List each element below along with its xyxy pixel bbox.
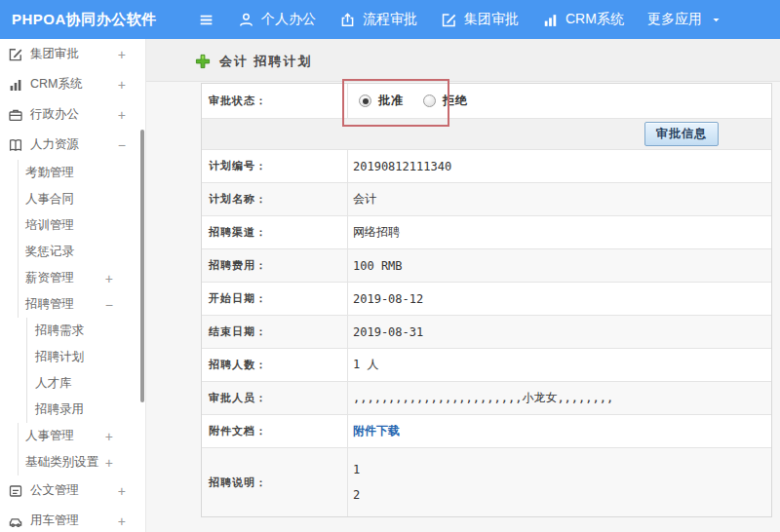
sidebar-scrollbar[interactable] xyxy=(140,130,144,402)
sidebar-item-label: 招聘计划 xyxy=(35,349,84,365)
row-label: 审批人员： xyxy=(202,382,348,414)
row-label: 结束日期： xyxy=(202,316,348,348)
sidebar-item-label: 人事管理 xyxy=(25,428,74,444)
expand-icon[interactable]: + xyxy=(105,456,113,470)
expand-icon[interactable]: + xyxy=(118,108,126,122)
topnav-group-approval[interactable]: 集团审批 xyxy=(441,11,519,28)
sidebar-item-recruitment-plan[interactable]: 招聘计划 xyxy=(26,344,145,370)
radio-reject[interactable] xyxy=(423,95,436,107)
topnav-item-label: 更多应用 xyxy=(647,11,702,28)
expand-icon[interactable]: + xyxy=(118,484,126,498)
workflow-icon xyxy=(339,12,356,28)
sidebar-item-recruitment-demand[interactable]: 招聘需求 xyxy=(26,318,145,344)
sidebar-item-group-approval[interactable]: 集团审批+ xyxy=(0,39,145,69)
topnav: 个人办公流程审批集团审批CRM系统更多应用 xyxy=(185,11,722,28)
expand-icon[interactable]: + xyxy=(105,430,113,443)
sidebar-item-attendance-management[interactable]: 考勤管理 xyxy=(18,160,145,186)
row-label: 招聘说明： xyxy=(202,448,348,516)
topnav-item-label: 集团审批 xyxy=(464,11,519,28)
radio-reject-label[interactable]: 拒绝 xyxy=(443,93,468,109)
expand-icon[interactable]: + xyxy=(118,48,126,61)
sidebar-item-label: 培训管理 xyxy=(25,217,74,234)
sidebar-item-personnel-management[interactable]: 人事管理+ xyxy=(18,423,145,449)
approval-status-row: 审批状态： 批准 拒绝 xyxy=(202,84,771,119)
expand-icon[interactable]: + xyxy=(118,78,126,92)
collapse-icon[interactable]: − xyxy=(118,138,126,152)
attachment-download-link[interactable]: 附件下载 xyxy=(353,423,400,439)
table-row-attachment-document: 附件文档：附件下载 xyxy=(202,415,771,448)
table-row-recruitment-description: 招聘说明：12 xyxy=(202,448,771,516)
car-icon xyxy=(8,513,23,529)
sidebar-item-recruitment-hiring[interactable]: 招聘录用 xyxy=(26,397,145,423)
sidebar-item-label: 招聘管理 xyxy=(25,296,74,313)
row-value: 100 RMB xyxy=(348,249,771,282)
sidebar-item-label: 集团审批 xyxy=(30,46,79,62)
approval-info-button[interactable]: 审批信息 xyxy=(644,122,719,146)
table-row-plan-name: 计划名称：会计 xyxy=(202,183,771,216)
sidebar-item-crm-system[interactable]: CRM系统+ xyxy=(0,69,145,99)
sidebar-item-label: 人才库 xyxy=(35,375,72,392)
row-label: 附件文档： xyxy=(202,415,348,447)
sidebar-item-salary-management[interactable]: 薪资管理+ xyxy=(18,265,145,291)
sidebar-item-human-resources[interactable]: 人力资源− xyxy=(0,130,145,160)
sidebar-item-reward-punishment-records[interactable]: 奖惩记录 xyxy=(18,239,145,265)
row-value: 2019-08-31 xyxy=(348,316,771,348)
topnav-personal-office[interactable]: 个人办公 xyxy=(238,11,316,28)
topnav-item-label: 流程审批 xyxy=(363,11,417,28)
briefcase-icon xyxy=(8,107,23,123)
topnav-item-label: CRM系统 xyxy=(566,11,624,28)
table-row-recruitment-cost: 招聘费用：100 RMB xyxy=(202,249,771,283)
sidebar-item-label: 招聘需求 xyxy=(35,323,84,339)
row-value: ,,,,,,,,,,,,,,,,,,,,,,,,小龙女,,,,,,,, xyxy=(348,382,771,414)
page-header: 会计 招聘计划 xyxy=(195,53,313,70)
sidebar-item-label: 用车管理 xyxy=(30,513,79,529)
sidebar-item-label: 公文管理 xyxy=(30,482,79,499)
expand-icon[interactable]: + xyxy=(118,514,126,528)
row-label: 招聘渠道： xyxy=(202,216,348,248)
row-label: 开始日期： xyxy=(202,283,348,315)
sidebar-item-training-management[interactable]: 培训管理 xyxy=(18,212,145,239)
sidebar-item-admin-office[interactable]: 行政办公+ xyxy=(0,99,145,130)
row-value: 2019-08-12 xyxy=(348,283,771,315)
description-line: 2 xyxy=(353,482,360,508)
row-label: 招聘人数： xyxy=(202,349,348,381)
edit-square-icon xyxy=(441,12,457,28)
add-icon xyxy=(195,54,211,69)
topnav-item-label: 个人办公 xyxy=(261,11,316,28)
sidebar-item-personnel-contract[interactable]: 人事合同 xyxy=(18,186,145,212)
topbar: PHPOA协同办公软件 个人办公流程审批集团审批CRM系统更多应用 xyxy=(0,0,780,39)
book-icon xyxy=(8,137,23,153)
row-label: 计划名称： xyxy=(202,183,348,215)
topnav-crm-system[interactable]: CRM系统 xyxy=(542,11,624,28)
row-value: 会计 xyxy=(348,183,771,215)
sidebar-item-talent-pool[interactable]: 人才库 xyxy=(26,370,145,397)
radio-approve-label[interactable]: 批准 xyxy=(378,93,404,109)
row-value: 批准 拒绝 xyxy=(348,84,771,118)
table-row-end-date: 结束日期：2019-08-31 xyxy=(202,316,771,349)
caret-down-icon xyxy=(711,15,722,25)
radio-approve[interactable] xyxy=(359,95,371,107)
sidebar-item-label: 奖惩记录 xyxy=(25,244,74,260)
row-value: 12 xyxy=(348,448,771,516)
sidebar-item-recruitment-management[interactable]: 招聘管理− xyxy=(18,291,145,318)
radio-dot xyxy=(363,98,369,104)
page-title: 会计 招聘计划 xyxy=(219,53,313,70)
document-icon xyxy=(8,483,23,499)
row-label: 招聘费用： xyxy=(202,249,348,282)
expand-icon[interactable]: + xyxy=(105,272,113,285)
sidebar-item-vehicle-management[interactable]: 用车管理+ xyxy=(0,506,145,532)
app-title: PHPOA协同办公软件 xyxy=(0,11,185,29)
sidebar-menu: 集团审批+CRM系统+行政办公+人力资源−考勤管理人事合同培训管理奖惩记录薪资管… xyxy=(0,39,145,532)
sidebar-item-basic-category-settings[interactable]: 基础类别设置+ xyxy=(18,449,145,475)
sidebar-item-label: 行政办公 xyxy=(30,106,79,123)
sidebar: 集团审批+CRM系统+行政办公+人力资源−考勤管理人事合同培训管理奖惩记录薪资管… xyxy=(0,39,146,532)
menu-icon[interactable] xyxy=(198,12,214,28)
user-icon xyxy=(238,12,254,28)
topnav-workflow-approval[interactable]: 流程审批 xyxy=(339,11,417,28)
row-label: 计划编号： xyxy=(202,150,348,182)
topnav-more-apps[interactable]: 更多应用 xyxy=(647,11,722,28)
bar-chart-icon xyxy=(8,77,23,93)
collapse-icon[interactable]: − xyxy=(105,298,113,312)
sidebar-item-document-management[interactable]: 公文管理+ xyxy=(0,475,145,506)
sidebar-item-label: CRM系统 xyxy=(30,76,82,93)
